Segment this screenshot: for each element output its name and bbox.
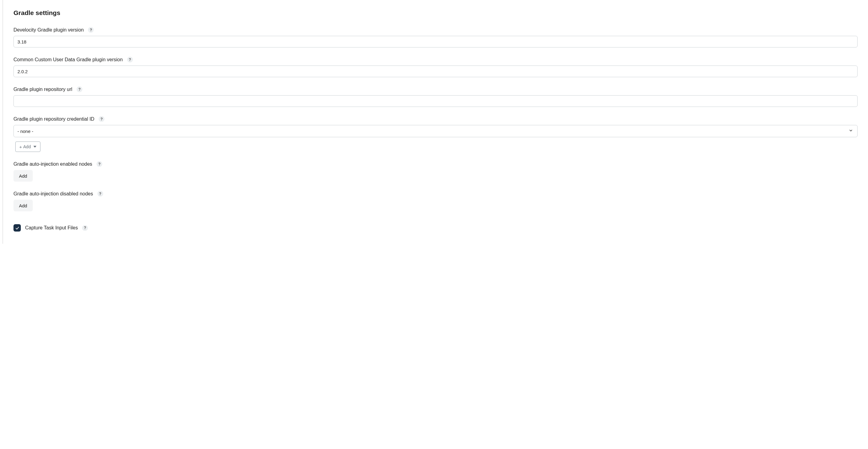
ccud-version-input[interactable] — [13, 66, 858, 77]
ccud-version-group: Common Custom User Data Gradle plugin ve… — [13, 57, 858, 77]
gradle-settings-section: Gradle settings Develocity Gradle plugin… — [2, 0, 868, 244]
help-icon[interactable]: ? — [82, 225, 88, 231]
add-enabled-node-button[interactable]: Add — [13, 170, 33, 182]
add-credential-button[interactable]: + Add — [15, 141, 40, 152]
plus-icon: + — [19, 145, 22, 149]
repo-url-label-row: Gradle plugin repository url ? — [13, 86, 858, 92]
enabled-nodes-label: Gradle auto-injection enabled nodes — [13, 161, 92, 167]
check-icon — [15, 226, 20, 230]
capture-inputs-label: Capture Task Input Files — [25, 225, 78, 231]
add-credential-row: + Add — [15, 141, 858, 152]
plugin-version-label: Develocity Gradle plugin version — [13, 27, 84, 33]
disabled-nodes-label: Gradle auto-injection disabled nodes — [13, 191, 93, 197]
disabled-nodes-label-row: Gradle auto-injection disabled nodes ? — [13, 191, 858, 197]
repo-credential-group: Gradle plugin repository credential ID ?… — [13, 116, 858, 152]
repo-url-group: Gradle plugin repository url ? — [13, 86, 858, 107]
add-credential-label: Add — [23, 144, 31, 149]
capture-inputs-row: Capture Task Input Files ? — [13, 224, 858, 231]
plugin-version-label-row: Develocity Gradle plugin version ? — [13, 27, 858, 33]
help-icon[interactable]: ? — [76, 86, 83, 92]
help-icon[interactable]: ? — [127, 57, 133, 62]
repo-url-input[interactable] — [13, 95, 858, 107]
help-icon[interactable]: ? — [96, 161, 102, 167]
repo-url-label: Gradle plugin repository url — [13, 87, 72, 92]
section-title: Gradle settings — [13, 9, 858, 17]
capture-inputs-checkbox[interactable] — [13, 224, 21, 231]
plugin-version-group: Develocity Gradle plugin version ? — [13, 27, 858, 47]
enabled-nodes-label-row: Gradle auto-injection enabled nodes ? — [13, 161, 858, 167]
add-disabled-node-button[interactable]: Add — [13, 200, 33, 211]
disabled-nodes-group: Gradle auto-injection disabled nodes ? A… — [13, 191, 858, 211]
svg-marker-0 — [33, 146, 36, 148]
repo-credential-select[interactable]: - none - — [13, 125, 858, 137]
repo-credential-label-row: Gradle plugin repository credential ID ? — [13, 116, 858, 122]
repo-credential-label: Gradle plugin repository credential ID — [13, 117, 94, 122]
enabled-nodes-group: Gradle auto-injection enabled nodes ? Ad… — [13, 161, 858, 182]
help-icon[interactable]: ? — [97, 191, 103, 197]
help-icon[interactable]: ? — [88, 27, 94, 33]
caret-down-icon — [33, 144, 36, 149]
ccud-version-label: Common Custom User Data Gradle plugin ve… — [13, 57, 123, 62]
repo-credential-select-wrap: - none - — [13, 125, 858, 137]
ccud-version-label-row: Common Custom User Data Gradle plugin ve… — [13, 57, 858, 62]
plugin-version-input[interactable] — [13, 36, 858, 47]
help-icon[interactable]: ? — [99, 116, 104, 122]
